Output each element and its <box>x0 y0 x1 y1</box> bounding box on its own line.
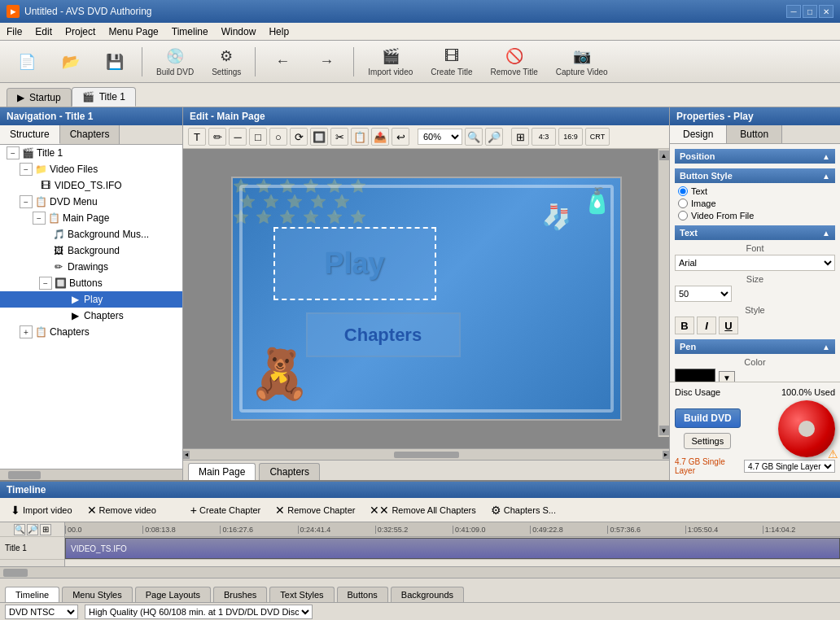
tree-expand-videofiles[interactable]: − <box>20 163 33 176</box>
menu-help[interactable]: Help <box>262 24 295 39</box>
build-dvd-button[interactable]: 💿 Build DVD <box>149 44 201 80</box>
position-header[interactable]: Position ▲ <box>675 149 835 164</box>
underline-button[interactable]: U <box>719 317 738 334</box>
scroll-left-btn[interactable]: ◄ <box>183 451 190 459</box>
tree-item-background[interactable]: 🖼 Background <box>0 242 182 259</box>
zoom-out-btn[interactable]: 🔍 <box>465 128 483 146</box>
text-section-header[interactable]: Text ▲ <box>675 225 835 240</box>
back-button[interactable]: ← <box>262 44 303 80</box>
tl-create-chapter-btn[interactable]: + Create Chapter <box>185 500 266 520</box>
save-button[interactable]: 💾 <box>94 44 135 80</box>
bottom-tab-menu-styles[interactable]: Menu Styles <box>62 587 133 602</box>
radio-text-input[interactable] <box>678 186 688 196</box>
bottom-tab-brushes[interactable]: Brushes <box>213 587 267 602</box>
canvas-scroll-thumb-h[interactable] <box>394 452 459 458</box>
menu-menupage[interactable]: Menu Page <box>102 24 164 39</box>
tree-item-chapters-top[interactable]: + 📋 Chapters <box>0 324 182 340</box>
remove-title-button[interactable]: 🚫 Remove Title <box>483 44 545 80</box>
tab-startup[interactable]: ▶ Startup <box>7 88 72 107</box>
tab-title1[interactable]: 🎬 Title 1 <box>72 87 136 107</box>
nav-tab-structure[interactable]: Structure <box>0 125 60 144</box>
canvas-play-button[interactable]: Play <box>273 227 436 300</box>
tl-remove-all-chapters-btn[interactable]: ✕✕ Remove All Chapters <box>364 500 481 520</box>
buttonstyle-header[interactable]: Button Style ▲ <box>675 168 835 183</box>
import-video-button[interactable]: 🎬 Import video <box>361 44 420 80</box>
prop-tab-design[interactable]: Design <box>670 125 727 143</box>
tree-item-drawings[interactable]: ✏ Drawings <box>0 259 182 275</box>
zoom-in-tl[interactable]: 🔎 <box>27 524 38 535</box>
settings-button[interactable]: ⚙ Settings <box>204 44 248 80</box>
tree-expand-chapters-top[interactable]: + <box>20 325 33 338</box>
disc-size-select[interactable]: 4.7 GB Single Layer 8.5 GB Dual Layer <box>744 460 835 473</box>
zoom-select[interactable]: 60% 50% 75% 100% <box>418 129 462 145</box>
pen-header[interactable]: Pen ▲ <box>675 339 835 354</box>
capture-video-button[interactable]: 📷 Capture Video <box>549 44 615 80</box>
open-button[interactable]: 📂 <box>50 44 91 80</box>
tree-item-bgmus[interactable]: 🎵 Background Mus... <box>0 226 182 242</box>
tree-expand-buttons[interactable]: − <box>39 277 52 290</box>
crt-btn[interactable]: CRT <box>585 128 610 146</box>
canvas-chapters-button[interactable]: Chapters <box>306 312 461 357</box>
tree-item-dvdmenu[interactable]: − 📋 DVD Menu <box>0 194 182 210</box>
zoom-out-tl[interactable]: 🔍 <box>14 524 25 535</box>
tree-item-vts[interactable]: 🎞 VIDEO_TS.IFO <box>0 177 182 194</box>
radio-videofromfile[interactable]: Video From File <box>678 211 835 220</box>
scroll-right-btn[interactable]: ► <box>663 451 669 459</box>
tool-ellipse[interactable]: ○ <box>269 128 287 146</box>
bottom-tab-text-styles[interactable]: Text Styles <box>269 587 334 602</box>
menu-timeline[interactable]: Timeline <box>165 24 215 39</box>
aspect-169-btn[interactable]: 16:9 <box>558 128 583 146</box>
pen-color-dropdown[interactable]: ▼ <box>719 371 735 382</box>
tl-scroll-thumb[interactable] <box>3 569 28 577</box>
tool-pencil[interactable]: ✏ <box>208 128 226 146</box>
tl-remove-chapter-btn[interactable]: ✕ Remove Chapter <box>269 500 361 520</box>
nav-scrollbar-h[interactable] <box>0 469 182 480</box>
grid-btn[interactable]: ⊞ <box>511 128 529 146</box>
tl-scrollbar-h[interactable] <box>0 566 840 578</box>
create-title-button[interactable]: 🎞 Create Title <box>423 44 479 80</box>
canvas-scrollbar-h[interactable]: ◄ ► <box>183 448 669 460</box>
tool-cut[interactable]: ✂ <box>330 128 348 146</box>
pen-color-swatch[interactable] <box>675 369 715 382</box>
tree-item-mainpage[interactable]: − 📋 Main Page <box>0 210 182 226</box>
bottom-tab-backgrounds[interactable]: Backgrounds <box>391 587 464 602</box>
tool-paste[interactable]: 📤 <box>371 128 389 146</box>
menu-window[interactable]: Window <box>215 24 263 39</box>
tool-undo[interactable]: ↩ <box>392 128 409 146</box>
quality-select[interactable]: High Quality (HQ 60/108 min. at 1 DVD/DL… <box>85 605 313 619</box>
build-dvd-disc-button[interactable]: Build DVD <box>675 408 741 428</box>
tree-item-play[interactable]: ▶ Play <box>0 291 182 308</box>
tree-item-chapters-btn[interactable]: ▶ Chapters <box>0 308 182 324</box>
menu-project[interactable]: Project <box>59 24 102 39</box>
radio-image-input[interactable] <box>678 199 688 208</box>
bottom-tab-buttons[interactable]: Buttons <box>337 587 388 602</box>
scroll-up-btn[interactable]: ▲ <box>659 151 669 160</box>
font-select[interactable]: Arial Times New Roman Verdana <box>675 255 835 271</box>
tree-expand-mainpage[interactable]: − <box>33 212 46 225</box>
disc-settings-button[interactable]: Settings <box>684 433 731 449</box>
tree-item-title1[interactable]: − 🎬 Title 1 <box>0 145 182 161</box>
menu-edit[interactable]: Edit <box>28 24 59 39</box>
size-select[interactable]: 50 12 14 18 24 36 <box>675 286 732 302</box>
editor-tab-chapters[interactable]: Chapters <box>259 463 320 480</box>
format-select[interactable]: DVD NTSC DVD PAL <box>5 605 78 619</box>
tool-text[interactable]: T <box>188 128 206 146</box>
tl-import-video-btn[interactable]: ⬇ Import video <box>5 500 78 520</box>
maximize-button[interactable]: □ <box>803 5 817 18</box>
tl-chapters-settings-btn[interactable]: ⚙ Chapters S... <box>485 500 562 520</box>
scroll-down-btn[interactable]: ▼ <box>659 426 669 435</box>
tl-clip[interactable]: VIDEO_TS.IFO <box>65 538 840 559</box>
menu-file[interactable]: File <box>0 24 28 39</box>
radio-text[interactable]: Text <box>678 186 835 196</box>
nav-scroll-thumb[interactable] <box>8 471 41 479</box>
new-button[interactable]: 📄 <box>7 44 47 80</box>
bottom-tab-page-layouts[interactable]: Page Layouts <box>135 587 211 602</box>
zoom-in-btn[interactable]: 🔎 <box>485 128 503 146</box>
close-button[interactable]: ✕ <box>819 5 833 18</box>
italic-button[interactable]: I <box>697 317 716 334</box>
tree-expand-dvdmenu[interactable]: − <box>20 195 33 208</box>
tree-expand-title1[interactable]: − <box>7 146 20 159</box>
tool-arc[interactable]: ⟳ <box>290 128 308 146</box>
bold-button[interactable]: B <box>675 317 694 334</box>
radio-image[interactable]: Image <box>678 199 835 208</box>
